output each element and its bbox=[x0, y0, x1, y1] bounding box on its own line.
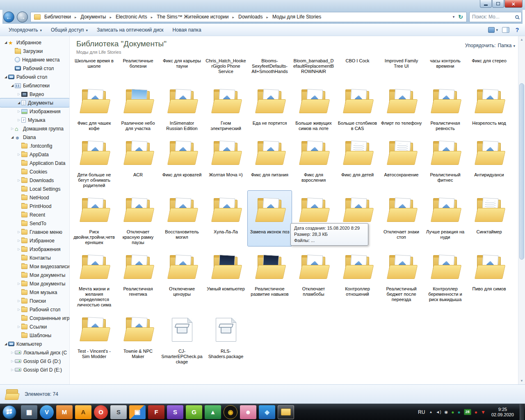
expander-icon[interactable] bbox=[16, 110, 21, 113]
tray-gpu-icon[interactable]: ◉ bbox=[445, 410, 448, 414]
expander-icon[interactable] bbox=[16, 308, 21, 311]
file-item[interactable]: Bloom_barnabad_DefaultReplacementBROWNHA… bbox=[292, 57, 336, 81]
language-indicator[interactable]: RU bbox=[417, 409, 426, 415]
breadcrumb-segment[interactable]: Библиотеки bbox=[42, 13, 79, 21]
file-item[interactable]: Лучше реакция на нуди bbox=[423, 191, 467, 246]
file-item[interactable]: Восстановитель могил bbox=[160, 191, 204, 246]
file-item[interactable]: ACR bbox=[116, 134, 160, 189]
clock[interactable]: 9:25 02.09.2020 bbox=[491, 407, 514, 418]
file-item[interactable]: Гном электрический bbox=[204, 82, 248, 132]
file-item[interactable]: Фикс для детей bbox=[336, 134, 379, 189]
expander-icon[interactable] bbox=[3, 75, 8, 79]
tray-green-status-icon[interactable]: ● bbox=[451, 410, 454, 415]
sidebar-item[interactable]: Изображения bbox=[0, 107, 69, 116]
sidebar-item[interactable]: .fontconfig bbox=[0, 142, 69, 150]
file-item[interactable]: Фикс для взросления bbox=[292, 134, 336, 189]
sidebar-item[interactable]: Недавние места bbox=[0, 55, 69, 64]
sidebar-item[interactable]: Видео bbox=[0, 90, 69, 98]
file-item[interactable]: Синктаймер bbox=[467, 191, 511, 246]
sidebar-item[interactable]: Diana bbox=[0, 133, 69, 142]
taskbar-media-app-icon[interactable]: ▣ bbox=[129, 405, 146, 419]
file-item[interactable]: Незрелость мод bbox=[467, 82, 511, 132]
expander-icon[interactable] bbox=[3, 342, 8, 346]
expander-icon[interactable] bbox=[10, 84, 15, 87]
file-item[interactable]: Townie & NPC Maker bbox=[116, 310, 160, 365]
file-item[interactable]: Больше живущих симов на лоте bbox=[292, 82, 336, 132]
tray-alert-icon[interactable]: ● bbox=[475, 410, 477, 415]
file-item[interactable]: Test - Vincent's - Sim Modder bbox=[72, 310, 116, 365]
sidebar-item[interactable]: SendTo bbox=[0, 219, 69, 228]
taskbar-green-app2-icon[interactable]: ▲ bbox=[205, 405, 221, 419]
tray-flag-icon[interactable]: ▼ bbox=[481, 410, 486, 415]
taskbar-people-app-icon[interactable]: ☻ bbox=[240, 405, 256, 419]
scrollbar-thumb[interactable] bbox=[519, 83, 524, 260]
sidebar-item[interactable]: Downloads bbox=[0, 176, 69, 185]
expander-icon[interactable] bbox=[16, 247, 21, 251]
tray-battery-icon[interactable]: 28 bbox=[464, 409, 471, 415]
search-icon[interactable] bbox=[515, 15, 519, 19]
sidebar-item[interactable]: Мои видеозаписи bbox=[0, 262, 69, 271]
file-item[interactable]: Blooms-SexyfeetDefaults-All+SmoothHands bbox=[248, 57, 292, 81]
file-item[interactable]: Improved Family Tree UI bbox=[379, 57, 423, 81]
file-item[interactable]: Реалистичный фитнес bbox=[423, 134, 467, 189]
sidebar-item[interactable]: Загрузки bbox=[0, 47, 69, 55]
file-item[interactable]: Умный компьютер bbox=[204, 248, 248, 308]
file-item[interactable]: Chris_Hatch_HookerGigolo Phone Service bbox=[204, 57, 248, 81]
taskbar-microphone-icon[interactable]: M bbox=[56, 405, 73, 419]
breadcrumb-segment[interactable]: Downloads bbox=[236, 13, 270, 21]
search-input[interactable]: Поиск: Мо... bbox=[469, 12, 522, 22]
sidebar-item[interactable]: Контакты bbox=[0, 253, 69, 262]
sidebar-item[interactable]: PrintHood bbox=[0, 202, 69, 210]
file-item[interactable]: Контроллер беременности и риск выкидыша bbox=[423, 248, 467, 308]
forward-button[interactable] bbox=[17, 11, 28, 23]
file-item[interactable]: часы контроль времени bbox=[423, 57, 467, 81]
file-item[interactable]: Жолтая Моча =) bbox=[204, 134, 248, 189]
expander-icon[interactable] bbox=[16, 239, 21, 242]
command-item[interactable]: Записать на оптический диск bbox=[92, 25, 168, 34]
file-item[interactable]: Фикс для питания bbox=[248, 134, 292, 189]
file-item[interactable]: RLS-Shaders.package bbox=[204, 310, 248, 365]
sidebar-item[interactable]: NetHood bbox=[0, 193, 69, 202]
address-dropdown-icon[interactable] bbox=[451, 15, 457, 19]
start-button[interactable] bbox=[2, 405, 16, 419]
expander-icon[interactable] bbox=[16, 178, 21, 182]
file-item[interactable]: Фикс для стерео bbox=[467, 57, 511, 81]
sidebar-item[interactable]: Шаблоны bbox=[0, 331, 69, 340]
expander-icon[interactable] bbox=[16, 92, 21, 96]
taskbar-explorer-icon[interactable] bbox=[278, 405, 294, 419]
sidebar-item[interactable]: Ссылки bbox=[0, 322, 69, 331]
file-item[interactable]: Фикс для чашек кофе bbox=[72, 82, 116, 132]
sidebar-item[interactable]: Application Data bbox=[0, 159, 69, 167]
sidebar-item[interactable]: Мои документы bbox=[0, 279, 69, 288]
file-item[interactable]: Флирт по телефону bbox=[379, 82, 423, 132]
expander-icon[interactable] bbox=[16, 101, 21, 105]
breadcrumb[interactable]: БиблиотекиДокументыElectronic ArtsThe Si… bbox=[30, 12, 467, 22]
scroll-down-icon[interactable]: ▼ bbox=[518, 377, 525, 384]
command-item[interactable]: Новая папка bbox=[168, 25, 206, 34]
title-bar[interactable] bbox=[0, 0, 525, 10]
sidebar-item[interactable]: Мои документы bbox=[0, 271, 69, 279]
file-item[interactable]: Фикс для карьеры тауни bbox=[160, 57, 204, 81]
close-button[interactable] bbox=[504, 0, 523, 8]
sidebar-item[interactable]: Избранное bbox=[0, 236, 69, 245]
sidebar-item[interactable]: AppData bbox=[0, 150, 69, 159]
taskbar-opera-icon[interactable]: O bbox=[94, 405, 108, 419]
sidebar-item[interactable]: Документы bbox=[0, 98, 69, 107]
taskbar-sims-icon[interactable]: ◆ bbox=[259, 405, 275, 419]
tray-hidden-icons-button[interactable]: ▲ bbox=[429, 411, 432, 414]
file-item[interactable]: Отключает красную рамку паузы bbox=[116, 191, 160, 246]
expander-icon[interactable] bbox=[16, 299, 21, 303]
file-item[interactable]: Фикс для кроватей bbox=[160, 134, 204, 189]
file-item[interactable]: Дети больше не бегут обнимать родителей bbox=[72, 134, 116, 189]
taskbar-display-icon[interactable]: ▦ bbox=[21, 405, 37, 419]
taskbar-s-heart-icon[interactable]: S bbox=[167, 405, 183, 419]
file-item[interactable]: Отключает пламбобы bbox=[292, 248, 336, 308]
file-item[interactable]: Отключение цензуры bbox=[160, 248, 204, 308]
breadcrumb-segment[interactable]: Моды для Life Stories bbox=[270, 13, 327, 21]
expander-icon[interactable] bbox=[16, 230, 21, 234]
file-item[interactable]: InSimenator Russian Edition bbox=[160, 82, 204, 132]
expander-icon[interactable] bbox=[16, 153, 21, 156]
sidebar-item[interactable]: Домашняя группа bbox=[0, 124, 69, 133]
command-item[interactable]: Общий доступ bbox=[46, 25, 92, 34]
expander-icon[interactable] bbox=[16, 282, 21, 285]
